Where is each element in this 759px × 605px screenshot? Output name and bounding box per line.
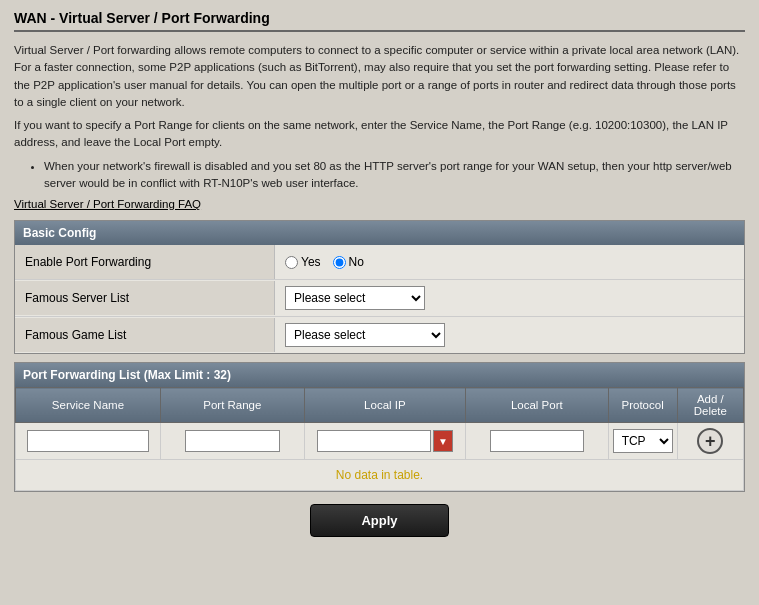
port-forwarding-radio-group: Yes No (285, 255, 364, 269)
enable-port-forwarding-value: Yes No (275, 249, 744, 275)
col-port-range: Port Range (160, 388, 304, 423)
local-ip-cell: ▼ (304, 423, 465, 460)
col-protocol: Protocol (608, 388, 677, 423)
apply-button[interactable]: Apply (310, 504, 448, 537)
page-title: WAN - Virtual Server / Port Forwarding (14, 10, 745, 32)
port-forwarding-header: Port Forwarding List (Max Limit : 32) (15, 363, 744, 387)
port-forwarding-panel: Port Forwarding List (Max Limit : 32) Se… (14, 362, 745, 492)
col-add-delete: Add / Delete (677, 388, 743, 423)
famous-server-label: Famous Server List (15, 281, 275, 315)
famous-server-select[interactable]: Please select (285, 286, 425, 310)
famous-game-row: Famous Game List Please select (15, 317, 744, 353)
col-service-name: Service Name (16, 388, 161, 423)
famous-server-row: Famous Server List Please select (15, 280, 744, 317)
enable-port-forwarding-row: Enable Port Forwarding Yes No (15, 245, 744, 280)
enable-port-forwarding-label: Enable Port Forwarding (15, 245, 275, 279)
protocol-select[interactable]: TCP UDP BOTH (613, 429, 673, 453)
no-radio[interactable] (333, 256, 346, 269)
local-port-cell (465, 423, 608, 460)
table-header-row: Service Name Port Range Local IP Local P… (16, 388, 744, 423)
no-radio-label[interactable]: No (333, 255, 364, 269)
ip-dropdown-icon[interactable]: ▼ (433, 430, 453, 452)
yes-radio-label[interactable]: Yes (285, 255, 321, 269)
famous-game-label: Famous Game List (15, 318, 275, 352)
protocol-cell: TCP UDP BOTH (608, 423, 677, 460)
famous-server-value: Please select (275, 280, 744, 316)
add-button[interactable]: + (697, 428, 723, 454)
service-name-input[interactable] (27, 430, 149, 452)
service-name-cell (16, 423, 161, 460)
bullet-note-1: When your network's firewall is disabled… (44, 158, 745, 193)
no-data-cell: No data in table. (16, 460, 744, 491)
local-ip-input[interactable] (317, 430, 431, 452)
famous-game-select[interactable]: Please select (285, 323, 445, 347)
port-forwarding-table: Service Name Port Range Local IP Local P… (15, 387, 744, 491)
famous-game-value: Please select (275, 317, 744, 353)
table-input-row: ▼ TCP UDP BOTH (16, 423, 744, 460)
basic-config-panel: Basic Config Enable Port Forwarding Yes … (14, 220, 745, 354)
col-local-port: Local Port (465, 388, 608, 423)
yes-radio[interactable] (285, 256, 298, 269)
description-text-2: If you want to specify a Port Range for … (14, 117, 745, 152)
col-local-ip: Local IP (304, 388, 465, 423)
apply-section: Apply (14, 504, 745, 537)
faq-link[interactable]: Virtual Server / Port Forwarding FAQ (14, 198, 745, 210)
add-delete-cell: + (677, 423, 743, 460)
no-data-row: No data in table. (16, 460, 744, 491)
port-range-cell (160, 423, 304, 460)
local-port-input[interactable] (490, 430, 584, 452)
yes-label: Yes (301, 255, 321, 269)
port-range-input[interactable] (185, 430, 279, 452)
description-text-1: Virtual Server / Port forwarding allows … (14, 42, 745, 111)
basic-config-header: Basic Config (15, 221, 744, 245)
no-label: No (349, 255, 364, 269)
